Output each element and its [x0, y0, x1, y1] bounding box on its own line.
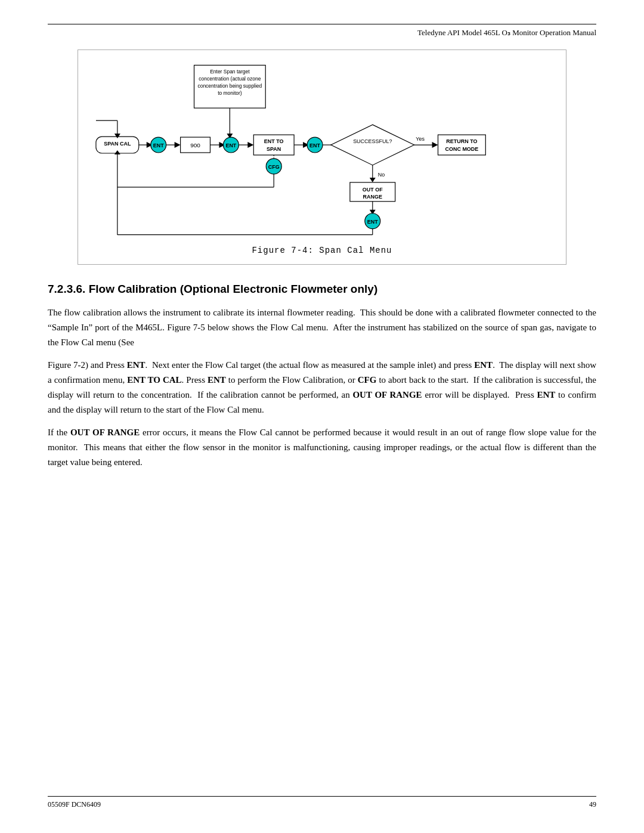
svg-text:RANGE: RANGE	[363, 194, 382, 200]
svg-text:OUT OF: OUT OF	[363, 187, 383, 193]
paragraph-2: Figure 7-2) and Press ENT. Next enter th…	[48, 358, 596, 417]
footer-left: 05509F DCN6409	[48, 800, 101, 809]
section-heading: 7.2.3.6. Flow Calibration (Optional Elec…	[48, 283, 596, 296]
svg-marker-39	[432, 142, 438, 148]
svg-text:CONC MODE: CONC MODE	[445, 146, 479, 152]
svg-text:concentration (actual ozone: concentration (actual ozone	[199, 76, 261, 82]
svg-marker-35	[331, 125, 414, 165]
page-header: Teledyne API Model 465L O₃ Monitor Opera…	[48, 24, 596, 38]
paragraph-3: If the OUT OF RANGE error occurs, it mea…	[48, 425, 596, 469]
svg-text:ENT: ENT	[225, 143, 236, 148]
svg-text:900: 900	[190, 142, 200, 148]
paragraph-1: The flow calibration allows the instrume…	[48, 305, 596, 349]
figure-container: Enter Span target concentration (actual …	[78, 49, 566, 265]
svg-text:RETURN TO: RETURN TO	[446, 138, 477, 144]
svg-text:ENT TO: ENT TO	[264, 138, 284, 144]
svg-text:Enter Span target: Enter Span target	[210, 69, 250, 75]
svg-marker-45	[370, 178, 376, 182]
svg-text:ENT: ENT	[153, 143, 164, 148]
svg-text:Yes: Yes	[416, 136, 425, 142]
svg-text:SUCCESSFUL?: SUCCESSFUL?	[353, 138, 392, 144]
flowchart: Enter Span target concentration (actual …	[84, 62, 560, 241]
page-footer: 05509F DCN6409 49	[48, 796, 596, 809]
svg-text:SPAN CAL: SPAN CAL	[104, 141, 131, 147]
svg-text:concentration being supplied: concentration being supplied	[197, 83, 262, 89]
footer-right: 49	[589, 800, 596, 809]
svg-text:CFG: CFG	[268, 164, 280, 170]
svg-text:No: No	[378, 172, 385, 178]
svg-marker-25	[247, 142, 253, 148]
svg-text:ENT: ENT	[367, 219, 378, 225]
svg-text:SPAN: SPAN	[267, 146, 281, 152]
figure-caption: Figure 7-4: Span Cal Menu	[84, 246, 560, 255]
header-text: Teledyne API Model 465L O₃ Monitor Opera…	[417, 28, 596, 37]
section-number: 7.2.3.6.	[48, 283, 85, 295]
section-title: Flow Calibration (Optional Electronic Fl…	[89, 283, 378, 295]
svg-text:ENT: ENT	[309, 143, 320, 148]
svg-marker-17	[175, 142, 181, 148]
svg-text:to monitor): to monitor)	[218, 90, 242, 96]
